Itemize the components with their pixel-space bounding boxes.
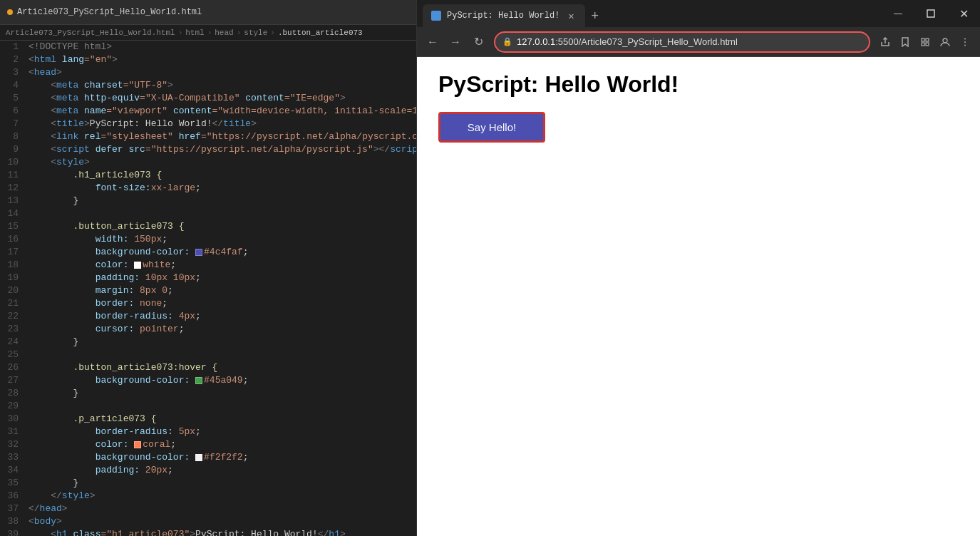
svg-rect-3 [926,38,929,41]
code-line-26: 26 .button_article073:hover { [0,361,416,374]
active-browser-tab[interactable]: PyScript: Hello World! ✕ [423,4,585,27]
code-line-1: 1 <!DOCTYPE html> [0,41,416,53]
code-line-14: 14 [0,207,416,220]
browser-tab-bar: PyScript: Hello World! ✕ + — ✕ [417,0,980,27]
address-highlight: 127.0.0.1 [517,36,555,47]
code-line-6: 6 <meta name="viewport" content="width=d… [0,105,416,118]
extensions-icon[interactable] [916,33,934,51]
code-line-21: 21 border: none; [0,297,416,310]
code-line-31: 31 border-radius: 5px; [0,426,416,438]
address-suffix: :5500/Article073_PyScript_Hello_World.ht… [555,36,738,47]
editor-panel: Article073_PyScript_Hello_World.html Art… [0,0,417,536]
new-tab-button[interactable]: + [585,4,604,27]
say-hello-button[interactable]: Say Hello! [438,112,545,143]
editor-breadcrumb: Article073_PyScript_Hello_World.html › h… [0,25,416,41]
code-line-9: 9 <script defer src="https://pyscript.ne… [0,143,416,156]
code-line-7: 7 <title>PyScript: Hello World!</title> [0,118,416,130]
code-line-28: 28 } [0,387,416,400]
share-icon[interactable] [876,33,894,51]
code-line-34: 34 padding: 20px; [0,464,416,477]
code-line-15: 15 .button_article073 { [0,220,416,233]
profile-icon[interactable] [936,33,954,51]
code-line-33: 33 background-color: #f2f2f2; [0,451,416,464]
code-line-22: 22 border-radius: 4px; [0,310,416,323]
code-line-10: 10 <style> [0,156,416,169]
code-line-4: 4 <meta charset="UTF-8"> [0,79,416,92]
maximize-button[interactable] [914,0,947,27]
code-line-29: 29 [0,400,416,413]
window-controls: — ✕ [882,0,980,27]
browser-chrome: PyScript: Hello World! ✕ + — ✕ ← → ↻ 🔒 1… [417,0,980,57]
address-text: 127.0.0.1:5500/Article073_PyScript_Hello… [517,36,862,47]
code-line-3: 3 <head> [0,66,416,79]
tab-close-button[interactable]: ✕ [565,10,577,21]
code-line-24: 24 } [0,336,416,349]
breadcrumb-style[interactable]: style [244,29,267,37]
code-line-36: 36 </style> [0,490,416,502]
code-line-27: 27 background-color: #45a049; [0,374,416,387]
lock-icon: 🔒 [502,37,512,46]
code-line-20: 20 margin: 8px 0; [0,284,416,297]
editor-tab[interactable]: Article073_PyScript_Hello_World.html [7,7,202,17]
back-button[interactable]: ← [423,32,443,52]
code-line-12: 12 font-size:xx-large; [0,182,416,195]
code-line-38: 38 <body> [0,515,416,528]
minimize-button[interactable]: — [882,0,914,27]
editor-titlebar: Article073_PyScript_Hello_World.html [0,0,416,25]
breadcrumb-html[interactable]: html [185,29,204,37]
editor-content[interactable]: 1 <!DOCTYPE html> 2 <html lang="en"> 3 <… [0,41,416,536]
reload-button[interactable]: ↻ [468,32,488,52]
code-line-18: 18 color: white; [0,259,416,272]
editor-tab-label: Article073_PyScript_Hello_World.html [17,7,202,17]
code-line-2: 2 <html lang="en"> [0,53,416,66]
close-button[interactable]: ✕ [947,0,980,27]
svg-point-9 [964,44,966,46]
browser-tab-title: PyScript: Hello World! [447,11,559,21]
svg-rect-4 [922,43,924,46]
menu-icon[interactable] [956,33,974,51]
svg-point-6 [943,38,947,43]
code-line-5: 5 <meta http-equiv="X-UA-Compatible" con… [0,92,416,105]
svg-rect-1 [927,10,934,17]
code-line-25: 25 [0,349,416,361]
code-line-19: 19 padding: 10px 10px; [0,272,416,284]
code-line-11: 11 .h1_article073 { [0,169,416,182]
breadcrumb-head[interactable]: head [215,29,233,37]
browser-toolbar-icons [876,33,974,51]
code-line-8: 8 <link rel="stylesheet" href="https://p… [0,130,416,143]
tab-favicon [431,11,441,21]
code-line-32: 32 color: coral; [0,438,416,451]
address-bar[interactable]: 🔒 127.0.0.1:5500/Article073_PyScript_Hel… [494,31,870,53]
svg-point-0 [433,13,439,19]
breadcrumb-class[interactable]: .button_article073 [278,29,363,37]
code-line-13: 13 } [0,195,416,207]
svg-point-7 [964,38,966,39]
forward-button[interactable]: → [445,32,465,52]
code-line-23: 23 cursor: pointer; [0,323,416,336]
code-line-35: 35 } [0,477,416,490]
browser-viewport: PyScript: Hello World! Say Hello! [417,57,980,536]
browser-panel: PyScript: Hello World! ✕ + — ✕ ← → ↻ 🔒 1… [417,0,980,536]
code-line-37: 37 </head> [0,502,416,515]
code-line-39: 39 <h1 class="h1_article073">PyScript: H… [0,528,416,536]
code-line-30: 30 .p_article073 { [0,413,416,426]
page-heading: PyScript: Hello World! [438,71,959,98]
unsaved-dot [7,9,13,15]
bookmark-icon[interactable] [896,33,914,51]
browser-nav-bar: ← → ↻ 🔒 127.0.0.1:5500/Article073_PyScri… [417,27,980,57]
code-line-16: 16 width: 150px; [0,233,416,246]
svg-point-8 [964,41,966,43]
svg-rect-5 [926,43,929,46]
code-line-17: 17 background-color: #4c4faf; [0,246,416,259]
svg-rect-2 [922,38,924,41]
breadcrumb-file[interactable]: Article073_PyScript_Hello_World.html [6,29,175,37]
